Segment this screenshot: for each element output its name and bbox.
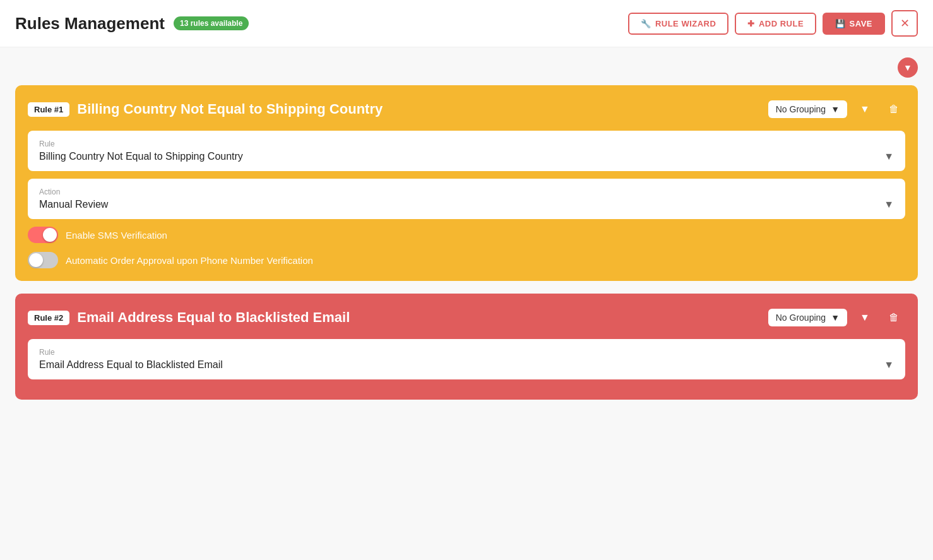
rule-1-header-right: No Grouping ▼ ▼ 🗑 (768, 98, 905, 121)
expand-2-icon: ▼ (860, 312, 870, 323)
rule-1-title: Billing Country Not Equal to Shipping Co… (77, 101, 383, 117)
rule-1-header: Rule #1 Billing Country Not Equal to Shi… (28, 98, 905, 121)
rule-1-action-value-row: Manual Review ▼ (39, 199, 894, 210)
rule-1-label: Rule #1 (28, 102, 69, 117)
add-rule-button[interactable]: ✚ ADD RULE (735, 13, 816, 35)
rule-1-grouping-value: No Grouping (776, 104, 826, 114)
save-button[interactable]: 💾 SAVE (823, 13, 885, 35)
toggle-sms-knob (43, 228, 57, 242)
top-actions: 🔧 RULE WIZARD ✚ ADD RULE 💾 SAVE ✕ (628, 10, 918, 37)
close-icon: ✕ (900, 16, 910, 30)
top-bar: Rules Management 13 rules available 🔧 RU… (0, 0, 933, 47)
save-icon: 💾 (835, 19, 846, 28)
expand-icon: ▼ (860, 104, 870, 115)
rule-1-action-value: Manual Review (39, 199, 108, 210)
close-button[interactable]: ✕ (891, 10, 918, 37)
rule-1-rule-value: Billing Country Not Equal to Shipping Co… (39, 151, 243, 162)
add-icon: ✚ (747, 19, 755, 28)
rule-1-expand-button[interactable]: ▼ (853, 98, 876, 121)
wizard-icon: 🔧 (641, 19, 651, 28)
trash-2-icon: 🗑 (889, 312, 899, 323)
rule-2-header: Rule #2 Email Address Equal to Blacklist… (28, 306, 905, 329)
rule-card-2: Rule #2 Email Address Equal to Blacklist… (15, 294, 918, 400)
scroll-indicator: ▼ (15, 57, 918, 78)
rule-wizard-button[interactable]: 🔧 RULE WIZARD (628, 13, 728, 35)
rule-2-header-left: Rule #2 Email Address Equal to Blacklist… (28, 309, 350, 326)
rule-2-delete-button[interactable]: 🗑 (882, 306, 905, 329)
rule-1-grouping-select[interactable]: No Grouping ▼ (768, 100, 847, 118)
rule-2-rule-field: Rule Email Address Equal to Blacklisted … (28, 339, 905, 379)
scroll-down-button[interactable]: ▼ (898, 57, 918, 78)
rule-2-rule-label: Rule (39, 348, 894, 357)
action-field-chevron-icon: ▼ (884, 199, 894, 210)
rule-2-title: Email Address Equal to Blacklisted Email (77, 309, 350, 326)
rule-2-rule-value-row: Email Address Equal to Blacklisted Email… (39, 359, 894, 371)
rule-2-header-right: No Grouping ▼ ▼ 🗑 (768, 306, 905, 329)
rule-field-chevron-icon: ▼ (884, 151, 894, 162)
rule-1-rule-value-row: Billing Country Not Equal to Shipping Co… (39, 151, 894, 162)
toggle-approval-label: Automatic Order Approval upon Phone Numb… (66, 255, 313, 266)
toggle-sms-label: Enable SMS Verification (66, 230, 167, 241)
rule-2-rule-value: Email Address Equal to Blacklisted Email (39, 359, 223, 371)
rule-2-expand-button[interactable]: ▼ (853, 306, 876, 329)
toggle-approval[interactable] (28, 252, 58, 268)
rule-1-rule-label: Rule (39, 140, 894, 148)
rule-card-1: Rule #1 Billing Country Not Equal to Shi… (15, 85, 918, 281)
page-title: Rules Management (15, 14, 165, 33)
grouping-chevron-icon: ▼ (831, 104, 840, 114)
rule-2-grouping-select[interactable]: No Grouping ▼ (768, 309, 847, 326)
grouping-2-chevron-icon: ▼ (831, 313, 840, 323)
chevron-down-icon: ▼ (903, 63, 912, 73)
rule-1-delete-button[interactable]: 🗑 (882, 98, 905, 121)
rules-badge: 13 rules available (174, 16, 249, 30)
rule-1-rule-field: Rule Billing Country Not Equal to Shippi… (28, 131, 905, 171)
toggle-sms-row: Enable SMS Verification (28, 227, 905, 243)
trash-icon: 🗑 (889, 104, 899, 115)
rule-1-toggles: Enable SMS Verification Automatic Order … (28, 227, 905, 268)
rule-1-action-label: Action (39, 188, 894, 196)
top-left: Rules Management 13 rules available (15, 14, 249, 33)
toggle-sms[interactable] (28, 227, 58, 243)
rule-2-field-chevron-icon: ▼ (884, 359, 894, 371)
toggle-approval-knob (29, 253, 43, 267)
rule-2-grouping-value: No Grouping (776, 313, 826, 323)
rule-2-label: Rule #2 (28, 311, 69, 325)
rule-1-header-left: Rule #1 Billing Country Not Equal to Shi… (28, 101, 383, 117)
toggle-approval-row: Automatic Order Approval upon Phone Numb… (28, 252, 905, 268)
rule-1-action-field: Action Manual Review ▼ (28, 179, 905, 219)
main-content: ▼ Rule #1 Billing Country Not Equal to S… (0, 47, 933, 422)
